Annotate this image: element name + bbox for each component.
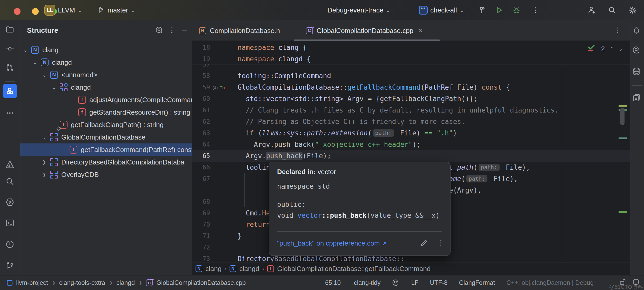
code-line-62[interactable]: 62 // Parsing as Objective C++ is friend…: [192, 116, 630, 127]
chevron-down-icon[interactable]: ⌄: [23, 47, 31, 53]
terminal-icon: [5, 218, 15, 228]
code-line-58[interactable]: 58tooling::CompileCommand: [192, 70, 630, 82]
code-line-60[interactable]: 60 std::vector<std::string> Argv = {getF…: [192, 93, 630, 104]
more-toolwindows-button[interactable]: [5, 109, 14, 118]
panel-options-button[interactable]: [168, 26, 176, 35]
path-segment[interactable]: clangd: [116, 279, 135, 286]
project-icon: [7, 280, 12, 286]
tree-item-clangd[interactable]: ⌄clangd: [20, 81, 192, 94]
problems-toolwindow-button[interactable]: [5, 240, 15, 250]
ai-assistant-button[interactable]: [632, 46, 641, 56]
notifications-button[interactable]: [632, 26, 641, 36]
sticky-code-line[interactable]: 18namespace clang {: [192, 42, 630, 53]
debug-button[interactable]: [512, 0, 521, 20]
tree-item-clangd[interactable]: ⌄Nclangd: [20, 56, 192, 69]
caret-position[interactable]: 65:10: [325, 279, 341, 286]
scrollbar-thumb[interactable]: [620, 108, 625, 125]
panel-title: Structure: [27, 27, 58, 35]
code-line-63[interactable]: 63 if (llvm::sys::path::extension(path: …: [192, 127, 630, 139]
search-everywhere-button[interactable]: [608, 0, 616, 20]
inspection-widget[interactable]: 2 ⌃ ⌄: [587, 43, 623, 55]
close-icon[interactable]: ×: [419, 27, 422, 35]
git-toolwindow-button[interactable]: [5, 261, 15, 271]
cppreference-link[interactable]: "push_back" on cppreference.com↗: [277, 239, 387, 247]
chevron-right-icon[interactable]: ❯: [42, 172, 50, 177]
next-problem-button[interactable]: ⌄: [619, 46, 623, 52]
project-widget[interactable]: LL LLVM ⌄: [44, 0, 82, 20]
statusbar-path[interactable]: llvm-project❯clang-tools-extra❯clangd❯CG…: [7, 279, 246, 286]
run-configuration-selector[interactable]: Debug-event-trace ⌄: [327, 0, 390, 20]
project-toolwindow-button[interactable]: [5, 25, 14, 35]
recursive-call-icon[interactable]: ↰↓: [219, 84, 226, 91]
tree-item-getstandardresourcedir-string[interactable]: fgetStandardResourceDir() : string: [20, 106, 192, 118]
tree-item-directorybasedglobalcompilationdataba[interactable]: ❯DirectoryBasedGlobalCompilationDataba: [20, 156, 192, 168]
breadcrumb-label: clangd: [239, 265, 259, 273]
formatter-widget[interactable]: ClangFormat: [459, 279, 495, 286]
structure-toolwindow-button-selected[interactable]: [3, 84, 17, 98]
hide-panel-button[interactable]: [180, 26, 188, 35]
tab-compilationdatabase-h[interactable]: H CompilationDatabase.h: [199, 20, 280, 41]
hammer-icon: [477, 6, 486, 14]
gutter-icons[interactable]: @↓↰↓: [213, 84, 226, 91]
namespace-icon: N: [230, 265, 236, 272]
tab-globalcompilationdatabase-cpp[interactable]: C GlobalCompilationDatabase.cpp ×: [306, 20, 422, 41]
popup-options-button[interactable]: [437, 239, 444, 248]
build-button[interactable]: [477, 0, 486, 20]
edit-source-button[interactable]: [420, 239, 428, 248]
vector-type-link[interactable]: vector: [297, 212, 322, 219]
chevron-down-icon[interactable]: ⌄: [52, 84, 60, 90]
tree-item-getfallbackcommand-pathref-const[interactable]: fgetFallbackCommand(PathRef) const: [20, 143, 192, 156]
minimize-window-button[interactable]: [32, 8, 39, 15]
run-button[interactable]: [495, 0, 503, 20]
line-ending-widget[interactable]: LF: [411, 279, 418, 286]
vcs-branch-widget[interactable]: master ⌄: [97, 0, 135, 20]
view-options-button[interactable]: [155, 26, 163, 36]
terminal-toolwindow-button[interactable]: [5, 218, 15, 229]
code-line-64[interactable]: 64 Argv.push_back("-xobjective-c++-heade…: [192, 139, 630, 150]
database-button[interactable]: [632, 67, 641, 77]
chevron-right-icon[interactable]: ❯: [42, 160, 50, 165]
tree-item-getfallbackclangpath-string[interactable]: fgetFallbackClangPath() : string: [20, 118, 192, 131]
error-stripe[interactable]: [618, 42, 630, 269]
code-line-61[interactable]: 61 // Clang treats .h files as C by defa…: [192, 104, 630, 116]
path-segment[interactable]: clang-tools-extra: [59, 279, 105, 286]
tree-item-adjustarguments-compilecomman[interactable]: fadjustArguments(CompileComman: [20, 94, 192, 106]
previous-problem-button[interactable]: ⌃: [609, 46, 614, 52]
eye-icon: [155, 26, 163, 35]
close-window-button[interactable]: [14, 8, 21, 15]
line-number: 58: [192, 72, 210, 80]
clangd-status-icon[interactable]: [392, 279, 400, 287]
chevron-down-icon[interactable]: ⌄: [33, 60, 41, 65]
tab-list-kebab-button[interactable]: [614, 27, 621, 35]
code-line-59[interactable]: 59@↓↰↓GlobalCompilationDatabase::getFall…: [192, 82, 630, 93]
breadcrumb-clang[interactable]: Nclang: [196, 265, 222, 273]
breadcrumb-clangd[interactable]: Nclangd: [230, 265, 259, 273]
tree-item--unnamed-[interactable]: ⌄N<unnamed>: [20, 69, 192, 81]
path-segment[interactable]: GlobalCompilationDatabase.cpp: [156, 279, 246, 286]
override-icon[interactable]: @↓: [213, 84, 218, 91]
sticky-code-line[interactable]: 19namespace clangd {: [192, 53, 630, 65]
clang-tidy-widget[interactable]: .clang-tidy: [352, 279, 380, 286]
commit-toolwindow-button[interactable]: [5, 44, 14, 54]
tree-item-overlaycdb[interactable]: ❯OverlayCDB: [20, 168, 192, 181]
settings-button[interactable]: [628, 0, 637, 20]
code-line-65[interactable]: 65 Argv.push_back(File);: [192, 150, 630, 162]
cmake-toolwindow-button[interactable]: [5, 160, 15, 170]
services-toolwindow-button[interactable]: [5, 197, 15, 208]
path-segment[interactable]: llvm-project: [16, 279, 48, 286]
chevron-down-icon[interactable]: ⌄: [42, 72, 50, 78]
pull-requests-toolwindow-button[interactable]: [5, 63, 14, 73]
access-line: public:: [277, 201, 442, 208]
code-with-me-button[interactable]: [587, 0, 596, 20]
pencil-icon: [420, 239, 428, 247]
documentation-button[interactable]: [632, 93, 641, 103]
tree-item-clang[interactable]: ⌄Nclang: [20, 44, 192, 56]
build-target-selector[interactable]: check-all ⌄: [419, 0, 464, 20]
find-toolwindow-button[interactable]: [5, 177, 15, 187]
chevron-down-icon[interactable]: ⌄: [42, 134, 50, 140]
more-actions-button[interactable]: [531, 0, 539, 20]
play-icon: [495, 6, 503, 14]
breadcrumb-globalcompilationdatabase[interactable]: fGlobalCompilationDatabase::getFallbackC…: [267, 265, 431, 273]
encoding-widget[interactable]: UTF-8: [430, 279, 447, 286]
tree-item-globalcompilationdatabase[interactable]: ⌄GlobalCompilationDatabase: [20, 131, 192, 143]
